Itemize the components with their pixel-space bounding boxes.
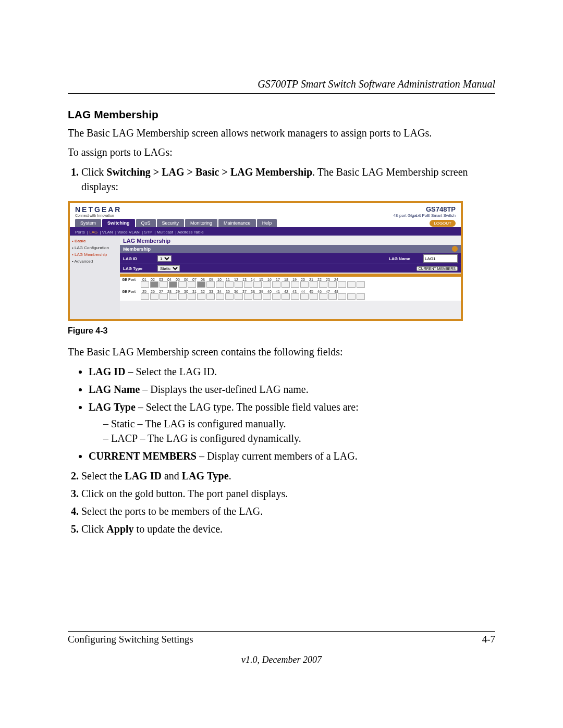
port-cell-10[interactable] — [225, 281, 234, 288]
lag-id-select[interactable]: 1 — [157, 255, 172, 262]
port-cell-37[interactable] — [253, 293, 262, 300]
port-cell-08[interactable] — [206, 281, 215, 288]
port-cell-14[interactable] — [263, 281, 271, 288]
port-cell-47[interactable] — [347, 293, 356, 300]
port-cell-16[interactable] — [282, 281, 290, 288]
port-num: 30 — [182, 290, 190, 293]
port-cell-24[interactable] — [357, 281, 365, 288]
logout-button[interactable]: LOGOUT — [430, 220, 456, 227]
port-num: 27 — [157, 290, 165, 293]
port-num: 21 — [308, 278, 315, 281]
port-cell-45[interactable] — [328, 293, 337, 300]
port-cell-34[interactable] — [225, 293, 234, 300]
intro-paragraph-2: To assign ports to LAGs: — [68, 145, 495, 159]
tab-security[interactable]: Security — [157, 219, 185, 227]
side-basic[interactable]: • Basic — [71, 238, 119, 244]
footer-version: v1.0, December 2007 — [68, 655, 495, 665]
subnav-ports[interactable]: Ports — [75, 230, 85, 235]
port-cell-17[interactable] — [291, 281, 299, 288]
port-cell-27[interactable] — [160, 293, 168, 300]
port-cell-13[interactable] — [253, 281, 262, 288]
port-cell-29[interactable] — [178, 293, 187, 300]
port-cell-07[interactable] — [197, 281, 205, 288]
header-rule — [68, 93, 495, 94]
help-icon[interactable] — [452, 246, 458, 252]
port-cell-44[interactable] — [319, 293, 327, 300]
port-cell-26[interactable] — [150, 293, 158, 300]
port-num: 37 — [241, 290, 248, 293]
port-cell-05[interactable] — [178, 281, 187, 288]
port-num: 11 — [224, 278, 231, 281]
port-cell-39[interactable] — [272, 293, 280, 300]
side-lag-membership[interactable]: • LAG Membership — [71, 251, 119, 258]
port-cell-18[interactable] — [300, 281, 309, 288]
port-cell-12[interactable] — [244, 281, 252, 288]
port-num: 33 — [207, 290, 215, 293]
port-cell-33[interactable] — [216, 293, 224, 300]
port-cell-28[interactable] — [169, 293, 177, 300]
port-cell-25[interactable] — [141, 293, 149, 300]
port-num: 26 — [149, 290, 156, 293]
port-cell-04[interactable] — [169, 281, 177, 288]
port-cell-32[interactable] — [206, 293, 215, 300]
port-num: 09 — [207, 278, 215, 281]
port-num: 25 — [141, 290, 148, 293]
tab-switching[interactable]: Switching — [102, 219, 135, 227]
footer-page-number: 4-7 — [482, 634, 495, 645]
tab-help[interactable]: Help — [257, 219, 277, 227]
port-cell-11[interactable] — [235, 281, 243, 288]
subnav-voice-vlan[interactable]: Voice VLAN — [117, 230, 140, 235]
port-cell-30[interactable] — [188, 293, 196, 300]
main-tab-bar: System Switching QoS Security Monitoring… — [70, 219, 461, 229]
port-cell-01[interactable] — [141, 281, 149, 288]
subnav-vlan[interactable]: VLAN — [102, 230, 113, 235]
port-cell-19[interactable] — [310, 281, 318, 288]
tab-system[interactable]: System — [75, 219, 101, 227]
port-cell-22[interactable] — [338, 281, 346, 288]
subnav-address-table[interactable]: Address Table — [177, 230, 204, 235]
port-num: 32 — [199, 290, 206, 293]
current-members-button[interactable]: CURRENT MEMBERS — [417, 266, 458, 271]
port-cell-43[interactable] — [310, 293, 318, 300]
port-cell-15[interactable] — [272, 281, 280, 288]
port-cell-38[interactable] — [263, 293, 271, 300]
panel-subhead-label: Membership — [123, 246, 151, 252]
after-figure-text: The Basic LAG Membership screen contains… — [68, 345, 495, 359]
port-cell-35[interactable] — [235, 293, 243, 300]
port-grid: GE Port 01020304050607080910111213141516… — [120, 277, 461, 301]
lag-type-select[interactable]: Static — [157, 265, 180, 272]
side-lag-configuration[interactable]: • LAG Configuration — [71, 244, 119, 251]
port-num: 16 — [266, 278, 273, 281]
port-cell-31[interactable] — [197, 293, 205, 300]
tab-maintenance[interactable]: Maintenance — [218, 219, 256, 227]
port-num: 47 — [324, 290, 332, 293]
port-cell-03[interactable] — [160, 281, 168, 288]
port-num: 19 — [291, 278, 298, 281]
port-cell-02[interactable] — [150, 281, 158, 288]
subnav-multicast[interactable]: Multicast — [157, 230, 174, 235]
port-cell-06[interactable] — [188, 281, 196, 288]
port-num: 08 — [199, 278, 206, 281]
tab-monitoring[interactable]: Monitoring — [185, 219, 217, 227]
side-advanced[interactable]: • Advanced — [71, 258, 119, 265]
port-cell-42[interactable] — [300, 293, 309, 300]
page-footer: Configuring Switching Settings 4-7 v1.0,… — [68, 626, 495, 666]
tab-qos[interactable]: QoS — [136, 219, 156, 227]
port-cell-21[interactable] — [328, 281, 337, 288]
subnav-lag[interactable]: LAG — [89, 230, 97, 235]
figure-header: NETGEAR Connect with Innovation GS748TP … — [70, 203, 461, 219]
port-cell-23[interactable] — [347, 281, 356, 288]
port-num: 23 — [324, 278, 332, 281]
port-cell-36[interactable] — [244, 293, 252, 300]
subnav-stp[interactable]: STP — [144, 230, 152, 235]
port-cell-09[interactable] — [216, 281, 224, 288]
port-row-label: GE Port — [122, 290, 140, 293]
port-cell-46[interactable] — [338, 293, 346, 300]
port-cell-40[interactable] — [282, 293, 290, 300]
port-cell-41[interactable] — [291, 293, 299, 300]
port-cell-20[interactable] — [319, 281, 327, 288]
port-num: 31 — [191, 290, 198, 293]
lag-type-values: Static – The LAG is configured manually.… — [89, 416, 495, 446]
port-cell-48[interactable] — [357, 293, 365, 300]
lag-name-field[interactable] — [423, 254, 458, 263]
